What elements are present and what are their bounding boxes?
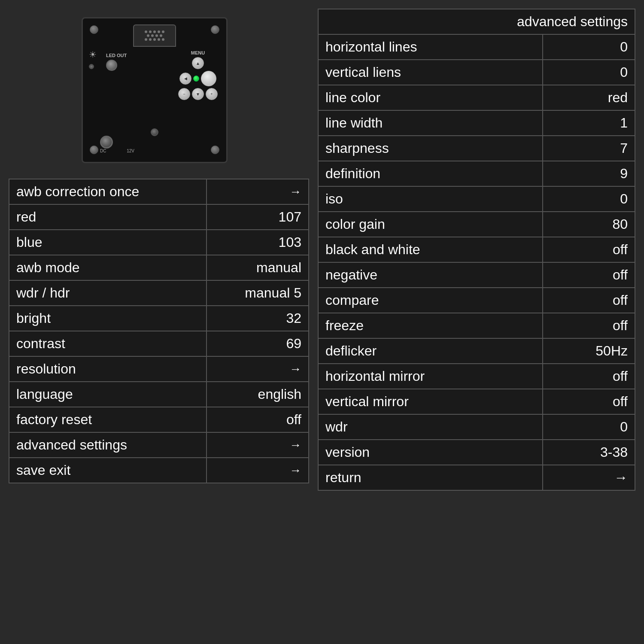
left-row-value: off xyxy=(207,407,309,432)
right-row-value: 1 xyxy=(543,110,635,136)
right-table-row[interactable]: vertical mirroroff xyxy=(318,389,635,414)
vga-port xyxy=(133,24,176,47)
right-row-value: off xyxy=(543,364,635,389)
left-row-label: awb correction once xyxy=(9,179,207,204)
right-table-row[interactable]: vertical liens0 xyxy=(318,60,635,85)
right-row-value: → xyxy=(543,465,635,490)
left-row-value: manual xyxy=(207,255,309,280)
dc-connector xyxy=(100,136,113,149)
left-table-row[interactable]: resolution→ xyxy=(9,356,309,382)
small-connector-center xyxy=(151,128,158,136)
btn-plus[interactable]: + xyxy=(206,88,218,100)
left-row-value: manual 5 xyxy=(207,280,309,306)
btn-mid-row: ◀ xyxy=(179,71,216,86)
left-row-value: english xyxy=(207,382,309,407)
right-table-row[interactable]: deflicker50Hz xyxy=(318,338,635,364)
btn-center[interactable] xyxy=(201,71,216,86)
right-row-value: red xyxy=(543,85,635,110)
brightness-icon: ☀ xyxy=(89,49,97,60)
right-row-label: line color xyxy=(318,85,543,110)
right-row-label: vertical liens xyxy=(318,60,543,85)
right-table-row[interactable]: wdr0 xyxy=(318,414,635,440)
right-table-row[interactable]: black and whiteoff xyxy=(318,237,635,262)
right-row-label: compare xyxy=(318,288,543,313)
right-row-value: off xyxy=(543,288,635,313)
screw-bottom-right xyxy=(211,146,219,154)
right-table-row[interactable]: return→ xyxy=(318,465,635,490)
right-row-value: 50Hz xyxy=(543,338,635,364)
left-panel: ☀ LED OUT MENU ▲ ◀ − ▼ + xyxy=(9,9,309,483)
right-table-row[interactable]: horizontal lines0 xyxy=(318,34,635,60)
left-table-row[interactable]: languageenglish xyxy=(9,382,309,407)
left-row-label: save exit xyxy=(9,458,207,483)
btn-minus[interactable]: − xyxy=(178,88,190,100)
left-row-label: red xyxy=(9,204,207,230)
camera-image: ☀ LED OUT MENU ▲ ◀ − ▼ + xyxy=(9,9,301,172)
left-row-label: advanced settings xyxy=(9,432,207,458)
right-row-label: version xyxy=(318,440,543,465)
right-row-value: 80 xyxy=(543,212,635,237)
right-row-value: off xyxy=(543,389,635,414)
left-row-value: → xyxy=(207,432,309,458)
right-table-row[interactable]: line width1 xyxy=(318,110,635,136)
btn-down[interactable]: ▼ xyxy=(192,88,204,100)
right-row-value: off xyxy=(543,262,635,288)
right-row-value: 9 xyxy=(543,161,635,186)
menu-label: MENU xyxy=(191,50,205,55)
right-row-label: deflicker xyxy=(318,338,543,364)
right-table-row[interactable]: version3-38 xyxy=(318,440,635,465)
btn-bot-row: − ▼ + xyxy=(178,88,218,100)
right-row-value: 0 xyxy=(543,186,635,212)
right-row-value: 7 xyxy=(543,136,635,161)
left-table-row[interactable]: contrast69 xyxy=(9,331,309,356)
right-row-label: color gain xyxy=(318,212,543,237)
left-row-value: → xyxy=(207,356,309,382)
left-table-row[interactable]: blue103 xyxy=(9,230,309,255)
right-table-row[interactable]: compareoff xyxy=(318,288,635,313)
left-row-value: → xyxy=(207,458,309,483)
left-row-label: factory reset xyxy=(9,407,207,432)
left-row-label: awb mode xyxy=(9,255,207,280)
left-table-row[interactable]: awb correction once→ xyxy=(9,179,309,204)
left-row-value: 69 xyxy=(207,331,309,356)
right-row-value: 0 xyxy=(543,414,635,440)
left-row-value: 103 xyxy=(207,230,309,255)
right-row-label: iso xyxy=(318,186,543,212)
right-row-label: sharpness xyxy=(318,136,543,161)
right-table-row[interactable]: definition9 xyxy=(318,161,635,186)
right-row-label: definition xyxy=(318,161,543,186)
right-row-label: vertical mirror xyxy=(318,389,543,414)
led-connector xyxy=(106,60,117,71)
right-table-title: advanced settings xyxy=(318,9,635,34)
right-settings-table: advanced settingshorizontal lines0vertic… xyxy=(318,9,635,491)
left-table-row[interactable]: advanced settings→ xyxy=(9,432,309,458)
btn-up[interactable]: ▲ xyxy=(192,57,204,69)
left-table-row[interactable]: red107 xyxy=(9,204,309,230)
green-led xyxy=(193,76,199,82)
right-table-row[interactable]: negativeoff xyxy=(318,262,635,288)
right-table-row[interactable]: freezeoff xyxy=(318,313,635,338)
right-row-value: 0 xyxy=(543,60,635,85)
right-row-label: negative xyxy=(318,262,543,288)
right-table-row[interactable]: sharpness7 xyxy=(318,136,635,161)
right-row-value: 0 xyxy=(543,34,635,60)
screw-top-left xyxy=(90,25,98,34)
right-table-row[interactable]: color gain80 xyxy=(318,212,635,237)
small-screw-left xyxy=(89,64,94,69)
right-table-row[interactable]: iso0 xyxy=(318,186,635,212)
left-table-row[interactable]: awb modemanual xyxy=(9,255,309,280)
btn-left[interactable]: ◀ xyxy=(179,73,191,85)
left-row-value: → xyxy=(207,179,309,204)
left-table-row[interactable]: bright32 xyxy=(9,306,309,331)
left-table-row[interactable]: save exit→ xyxy=(9,458,309,483)
right-table-row[interactable]: horizontal mirroroff xyxy=(318,364,635,389)
left-table-row[interactable]: factory resetoff xyxy=(9,407,309,432)
right-row-value: off xyxy=(543,313,635,338)
right-table-header-row: advanced settings xyxy=(318,9,635,34)
left-row-label: contrast xyxy=(9,331,207,356)
left-row-value: 32 xyxy=(207,306,309,331)
left-table-row[interactable]: wdr / hdrmanual 5 xyxy=(9,280,309,306)
left-settings-table: awb correction once→red107blue103awb mod… xyxy=(9,179,309,483)
right-row-label: line width xyxy=(318,110,543,136)
right-table-row[interactable]: line colorred xyxy=(318,85,635,110)
